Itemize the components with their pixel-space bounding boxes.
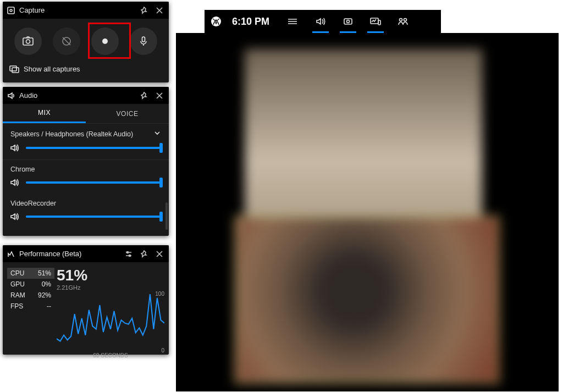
stat-cpu-label: CPU [10, 269, 24, 277]
capture-title: Capture [19, 6, 139, 14]
gamebar-topbar: 6:10 PM [205, 10, 441, 33]
stat-fps-value: -- [47, 302, 51, 310]
microphone-button[interactable] [130, 27, 157, 55]
performance-title: Performance (Beta) [19, 250, 124, 258]
svg-point-1 [10, 9, 12, 12]
svg-point-20 [404, 19, 407, 21]
svg-rect-0 [8, 7, 14, 14]
video-participant-back [245, 49, 482, 235]
speaker-icon [10, 213, 20, 220]
app2-volume-slider[interactable] [10, 213, 161, 220]
device-volume-slider[interactable] [10, 144, 161, 152]
svg-rect-7 [10, 66, 16, 71]
app1-volume-slider[interactable] [10, 179, 161, 186]
svg-point-16 [347, 20, 350, 23]
svg-point-3 [26, 40, 30, 43]
audio-header[interactable]: Audio [3, 87, 169, 104]
audio-title: Audio [19, 91, 139, 100]
video-participant-front [236, 217, 498, 382]
svg-point-5 [102, 38, 108, 44]
chevron-down-icon[interactable] [153, 129, 161, 139]
xbox-icon[interactable] [210, 15, 222, 27]
svg-point-14 [288, 23, 289, 24]
pin-icon[interactable] [139, 91, 149, 101]
performance-toggle-icon[interactable] [362, 10, 389, 33]
stat-list: CPU 51% GPU 0% RAM 92% FPS -- [7, 268, 54, 358]
stat-gpu-value: 0% [42, 280, 51, 288]
svg-rect-8 [12, 68, 19, 73]
settings-sliders-icon[interactable] [124, 249, 134, 259]
svg-rect-15 [344, 19, 352, 24]
capture-panel: Capture Show all c [3, 2, 169, 82]
pin-icon[interactable] [139, 249, 149, 259]
tab-voice[interactable]: VOICE [86, 104, 169, 123]
close-icon[interactable] [154, 91, 164, 101]
audio-tabs: MIX VOICE [3, 104, 169, 124]
stat-ram[interactable]: RAM 92% [7, 290, 54, 301]
stat-gpu[interactable]: GPU 0% [7, 279, 54, 290]
cpu-clock-value: 2.21GHz [57, 284, 164, 291]
capture-header[interactable]: Capture [3, 2, 169, 19]
usage-chart: 100 0 [57, 293, 164, 351]
main-video-area [176, 33, 559, 391]
stat-ram-value: 92% [38, 291, 51, 299]
chart-xaxis-label: 60 SECONDS [57, 352, 164, 358]
speaker-icon [10, 179, 20, 186]
record-button[interactable] [91, 27, 119, 55]
widgets-menu-icon[interactable] [279, 10, 307, 33]
scrollbar[interactable] [165, 202, 168, 230]
performance-header[interactable]: Performance (Beta) [3, 245, 169, 262]
svg-rect-6 [142, 37, 145, 42]
big-usage-value: 51% [57, 268, 164, 283]
svg-rect-18 [378, 20, 380, 25]
performance-widget-icon [7, 250, 15, 258]
audio-toggle-icon[interactable] [307, 10, 334, 33]
svg-point-9 [127, 251, 129, 253]
stat-gpu-label: GPU [10, 280, 25, 288]
show-all-captures-link[interactable]: Show all captures [3, 59, 169, 78]
xbox-social-icon[interactable] [389, 10, 417, 33]
stat-fps-label: FPS [10, 302, 23, 310]
svg-point-13 [288, 21, 289, 22]
audio-app2-label: VideoRecorder [10, 200, 56, 207]
svg-rect-2 [23, 38, 33, 45]
pin-icon[interactable] [139, 5, 149, 15]
stat-fps[interactable]: FPS -- [7, 301, 54, 312]
audio-widget-icon [7, 92, 15, 100]
screenshot-button[interactable] [14, 27, 42, 55]
capture-widget-icon [7, 7, 15, 14]
stat-cpu[interactable]: CPU 51% [7, 268, 54, 279]
stat-cpu-value: 51% [38, 269, 51, 277]
show-all-captures-label: Show all captures [24, 65, 80, 73]
audio-app2-section: VideoRecorder [3, 194, 169, 220]
stat-ram-label: RAM [10, 291, 25, 299]
svg-point-11 [211, 16, 221, 26]
close-icon[interactable] [154, 5, 164, 15]
audio-device-label: Speakers / Headphones (Realtek Audio) [10, 130, 133, 138]
speaker-icon [10, 144, 20, 152]
audio-app1-section: Chrome [3, 159, 169, 186]
tab-mix[interactable]: MIX [3, 104, 86, 123]
audio-app1-label: Chrome [10, 165, 35, 173]
capture-body [3, 19, 169, 59]
audio-panel: Audio MIX VOICE Speakers / Headphones (R… [3, 87, 169, 236]
svg-point-10 [129, 255, 131, 256]
svg-point-19 [400, 19, 402, 21]
performance-panel: Performance (Beta) CPU 51% GPU 0% R [3, 245, 169, 355]
close-icon[interactable] [154, 249, 164, 259]
record-last-button[interactable] [53, 27, 80, 55]
svg-point-12 [288, 19, 289, 20]
clock-time: 6:10 PM [232, 16, 269, 27]
gallery-icon [9, 65, 19, 73]
audio-device-section: Speakers / Headphones (Realtek Audio) [3, 124, 169, 152]
capture-toggle-icon[interactable] [334, 10, 362, 33]
